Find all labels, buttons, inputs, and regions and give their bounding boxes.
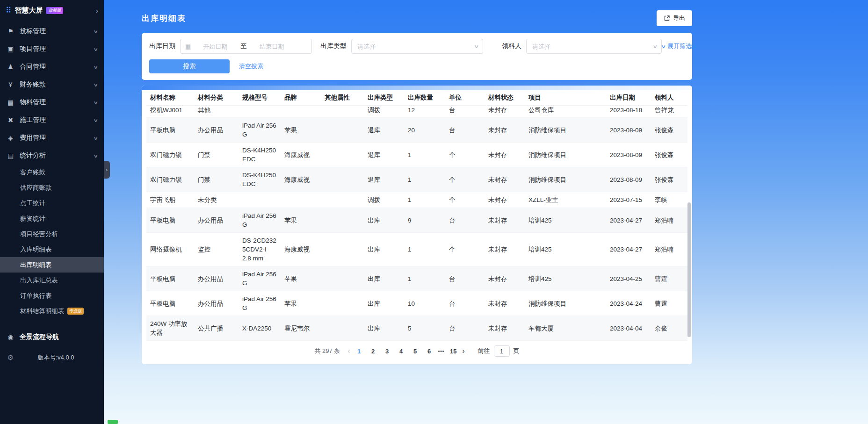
table-scrollbar-thumb[interactable]	[687, 202, 691, 337]
project-icon: ▣	[7, 45, 14, 53]
table-row: 挖机WJ001其他调拨12台未封存公司仓库2023-08-18曾祥龙	[146, 106, 687, 118]
sidebar-subitem[interactable]: 项目经营分析	[0, 226, 104, 242]
sidebar-subitem[interactable]: 材料结算明细表专业版	[0, 303, 104, 319]
table-cell: 消防维保项目	[525, 118, 606, 143]
table-cell: 未封存	[485, 192, 525, 208]
sidebar-item-label: 统计分析	[20, 151, 46, 160]
column-header: 其他属性	[321, 90, 364, 106]
filter-panel: 出库日期 ▦ 至 出库类型 ∨ 领料人	[142, 33, 692, 80]
edition-badge: 旗舰版	[46, 7, 63, 14]
type-filter-group: 出库类型 ∨	[320, 39, 483, 54]
sidebar-subitem[interactable]: 出库明细表	[0, 257, 104, 273]
table-cell: 台	[445, 266, 485, 291]
sidebar-item-label: 费用管理	[20, 134, 46, 142]
page-button[interactable]: 3	[383, 348, 391, 355]
table-cell: 9	[404, 208, 445, 233]
column-header: 出库数量	[404, 90, 445, 106]
table-cell: 12	[404, 106, 445, 118]
page-button[interactable]: 5	[411, 348, 420, 355]
version-row: ⚙ 版本号:v4.0.0	[0, 353, 104, 362]
page-button[interactable]: 1	[355, 348, 363, 355]
sidebar-subitem[interactable]: 订单执行表	[0, 288, 104, 303]
sidebar-item-finance[interactable]: ¥财务账款∨	[0, 76, 104, 93]
outbound-type-input[interactable]	[356, 43, 475, 50]
goto-page-input[interactable]	[494, 345, 510, 357]
sidebar-menu: ⚑投标管理∨▣项目管理∨♟合同管理∨¥财务账款∨▦物料管理∨✖施工管理∨◈费用管…	[0, 21, 104, 319]
table-cell: 门禁	[194, 143, 239, 167]
export-button[interactable]: 导出	[657, 10, 692, 26]
sidebar-item-project[interactable]: ▣项目管理∨	[0, 40, 104, 58]
sidebar-subitem[interactable]: 薪资统计	[0, 211, 104, 226]
sidebar-collapse-handle[interactable]: ‹	[104, 161, 110, 179]
table-cell: 监控	[194, 233, 239, 266]
sidebar-subitem[interactable]: 入库明细表	[0, 242, 104, 257]
bottom-green-marker	[108, 420, 118, 424]
pagination: 共 297 条 ‹ 123456 ••• 15 › 前往 页	[142, 341, 692, 364]
prev-page-button[interactable]: ‹	[347, 347, 350, 355]
expand-filters-link[interactable]: ∨ 展开筛选	[662, 42, 692, 50]
gear-icon[interactable]: ⚙	[7, 353, 14, 362]
page-button[interactable]: 2	[369, 348, 377, 355]
table-cell: 出库	[364, 316, 404, 341]
table-cell: 出库	[364, 233, 404, 266]
calendar-icon: ▦	[185, 43, 191, 50]
page-button-last[interactable]: 15	[449, 348, 457, 355]
sidebar-subitem-label: 入库明细表	[20, 245, 52, 254]
receiver-select[interactable]: ∨	[526, 39, 662, 54]
table-cell: 1	[404, 143, 445, 167]
sidebar-item-panorama-nav[interactable]: ◉ 全景流程导航	[0, 328, 104, 346]
sidebar-subitem[interactable]: 供应商账款	[0, 180, 104, 195]
total-count-label: 共 297 条	[314, 347, 340, 355]
page-button[interactable]: 4	[397, 348, 405, 355]
search-button[interactable]: 搜索	[149, 59, 230, 73]
receiver-filter-group: 领料人 ∨	[502, 39, 662, 54]
next-page-button[interactable]: ›	[462, 347, 464, 355]
page-button[interactable]: 6	[425, 348, 434, 355]
app-title: 智慧大屏	[14, 6, 43, 15]
end-date-input[interactable]	[250, 43, 293, 50]
table-cell: DS-2CD232 5CDV2-I 2.8 mm	[239, 233, 281, 266]
table-row: 240W 功率放大器公共广播X-DA2250霍尼韦尔出库5台未封存车都大厦202…	[146, 316, 687, 341]
sidebar-item-bid[interactable]: ⚑投标管理∨	[0, 22, 104, 40]
table-cell	[321, 167, 364, 192]
sidebar-subitem[interactable]: 点工统计	[0, 195, 104, 211]
table-wrap: 材料名称材料分类规格型号品牌其他属性出库类型出库数量单位材料状态项目出库日期领料…	[142, 90, 692, 341]
outbound-type-select[interactable]: ∨	[351, 39, 483, 54]
sidebar-item-contract[interactable]: ♟合同管理∨	[0, 58, 104, 76]
table-cell: 240W 功率放大器	[146, 316, 194, 341]
sidebar-item-expense[interactable]: ◈费用管理∨	[0, 129, 104, 147]
table-cell: 2023-04-25	[606, 266, 651, 291]
bid-icon: ⚑	[7, 28, 14, 35]
table-cell: 李峡	[651, 192, 687, 208]
table-cell: 个	[445, 167, 485, 192]
table-cell: 2023-07-15	[606, 192, 651, 208]
table-cell: 未封存	[485, 167, 525, 192]
table-cell: 出库	[364, 266, 404, 291]
sidebar-subitem[interactable]: 客户账款	[0, 165, 104, 180]
chevron-down-icon: ∨	[93, 65, 98, 70]
sidebar-subitem-label: 点工统计	[20, 199, 45, 208]
sidebar-item-material[interactable]: ▦物料管理∨	[0, 93, 104, 111]
table-cell: 门禁	[194, 167, 239, 192]
table-cell: 海康威视	[281, 167, 321, 192]
table-cell: DS-K4H250 EDC	[239, 167, 281, 192]
table-cell: 台	[445, 106, 485, 118]
table-row: 平板电脑办公用品iPad Air 256 G苹果退库20台未封存消防维保项目20…	[146, 118, 687, 143]
chevron-right-icon[interactable]: ›	[96, 7, 98, 14]
table-cell: 调拨	[364, 192, 404, 208]
table-cell: 郑浩喃	[651, 208, 687, 233]
receiver-input[interactable]	[531, 43, 653, 50]
sidebar-item-construction[interactable]: ✖施工管理∨	[0, 111, 104, 129]
start-date-input[interactable]	[194, 43, 237, 50]
table-cell: 出库	[364, 291, 404, 316]
table-cell: 双门磁力锁	[146, 143, 194, 167]
main-content: 出库明细表 导出 出库日期 ▦ 至	[104, 0, 868, 424]
date-range-picker[interactable]: ▦ 至	[180, 39, 312, 54]
table-cell: iPad Air 256 G	[239, 208, 281, 233]
clear-search-link[interactable]: 清空搜索	[239, 62, 263, 71]
app-logo[interactable]: ⠿ 智慧大屏 旗舰版 ›	[0, 0, 104, 21]
sidebar-subitem[interactable]: 出入库汇总表	[0, 273, 104, 288]
table-cell: 台	[445, 291, 485, 316]
table-cell: 未封存	[485, 143, 525, 167]
sidebar-item-stats[interactable]: ▤统计分析∨	[0, 147, 104, 165]
